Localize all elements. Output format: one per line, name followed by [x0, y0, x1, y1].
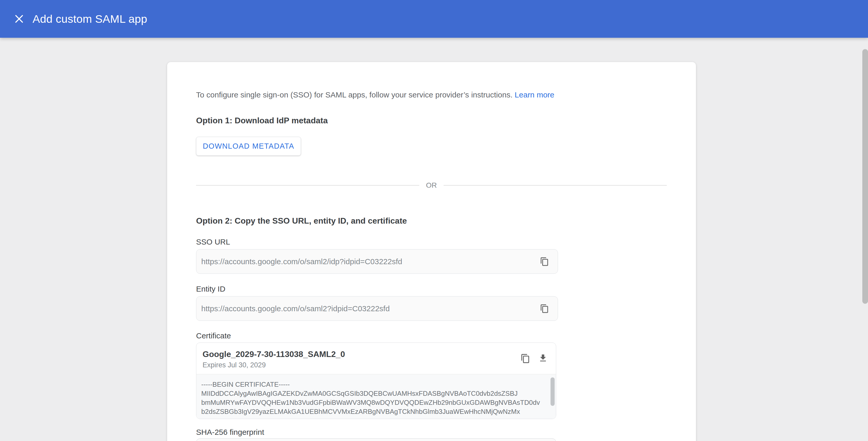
option2-heading: Option 2: Copy the SSO URL, entity ID, a…	[196, 215, 674, 227]
or-divider: OR	[196, 180, 667, 190]
sso-url-field: https://accounts.google.com/o/saml2/idp?…	[196, 249, 558, 274]
certificate-label: Certificate	[196, 331, 674, 341]
learn-more-link[interactable]: Learn more	[515, 90, 554, 99]
certificate-line: bmMuMRYwFAYDVQQHEw1Nb3VudGFpbiBWaWV3MQ8w…	[201, 398, 546, 407]
certificate-expiry: Expires Jul 30, 2029	[203, 361, 515, 370]
entity-id-label: Entity ID	[196, 284, 674, 294]
sso-url-value: https://accounts.google.com/o/saml2/idp?…	[201, 257, 538, 266]
dialog-title: Add custom SAML app	[33, 13, 147, 25]
certificate-header: Google_2029-7-30-113038_SAML2_0 Expires …	[196, 343, 556, 374]
or-label: OR	[419, 181, 443, 189]
entity-id-copy-button[interactable]	[538, 302, 551, 315]
certificate-name: Google_2029-7-30-113038_SAML2_0	[203, 349, 515, 359]
certificate-download-button[interactable]	[536, 352, 550, 365]
certificate-box: Google_2029-7-30-113038_SAML2_0 Expires …	[196, 343, 556, 419]
intro-sentence: To configure single sign-on (SSO) for SA…	[196, 90, 513, 99]
copy-icon	[540, 257, 549, 266]
certificate-line: -----BEGIN CERTIFICATE-----	[201, 380, 546, 389]
sha256-label: SHA-256 fingerprint	[196, 427, 674, 437]
close-icon	[13, 13, 25, 25]
certificate-scrollbar[interactable]	[551, 377, 555, 406]
close-button[interactable]	[7, 6, 32, 31]
sha256-field	[196, 438, 556, 441]
certificate-body[interactable]: -----BEGIN CERTIFICATE-----MIIDdDCCAlygA…	[196, 374, 556, 419]
dialog-header: Add custom SAML app	[0, 0, 868, 38]
divider-line-left	[196, 185, 419, 185]
download-metadata-button[interactable]: DOWNLOAD METADATA	[196, 137, 301, 156]
entity-id-value: https://accounts.google.com/o/saml2?idpi…	[201, 304, 538, 313]
copy-icon	[521, 354, 530, 363]
saml-setup-card: To configure single sign-on (SSO) for SA…	[167, 62, 696, 441]
copy-icon	[540, 304, 549, 313]
certificate-line: b2dsZSBGb3IgV29yazELMAkGA1UEBhMCVVMxEzAR…	[201, 407, 546, 416]
divider-line-right	[443, 185, 667, 185]
download-icon	[538, 354, 548, 363]
page-scrollbar[interactable]	[862, 49, 868, 304]
sso-url-copy-button[interactable]	[538, 255, 551, 268]
sso-url-label: SSO URL	[196, 237, 674, 246]
intro-text: To configure single sign-on (SSO) for SA…	[196, 90, 674, 99]
option1-heading: Option 1: Download IdP metadata	[196, 115, 674, 126]
certificate-copy-button[interactable]	[519, 352, 532, 365]
certificate-line: MIIDdDCCAlygAwIBAgIGAZEKDvZwMA0GCSqGSIb3…	[201, 389, 546, 398]
entity-id-field: https://accounts.google.com/o/saml2?idpi…	[196, 296, 558, 321]
